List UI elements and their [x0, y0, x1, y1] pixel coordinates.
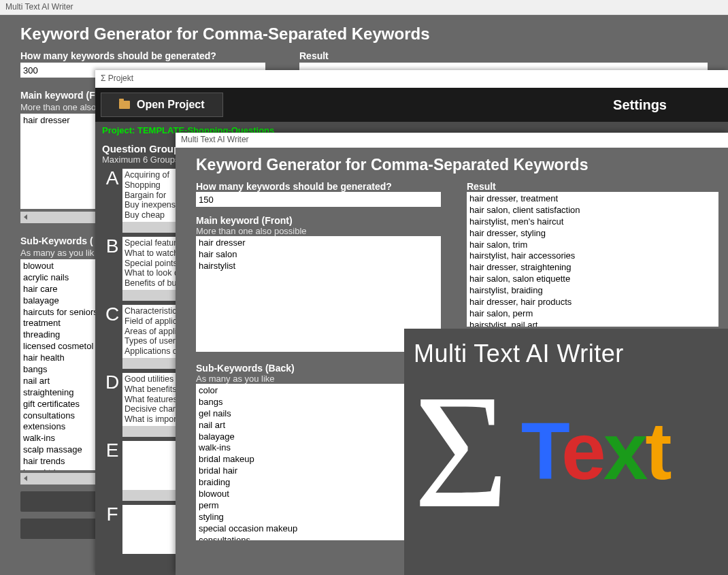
scrollbar-placeholder[interactable] — [122, 358, 184, 369]
win3-result-label: Result — [467, 181, 718, 192]
scrollbar-placeholder[interactable] — [122, 426, 184, 437]
win3-main-hint: More than one also possible — [196, 226, 441, 236]
group-b-box[interactable]: Special feature What to watch o Special … — [122, 237, 184, 290]
win2-title: Projekt — [108, 73, 133, 83]
scrollbar-placeholder[interactable] — [122, 290, 184, 301]
sigma-icon: Σ — [414, 374, 509, 529]
win3-sub-textarea[interactable] — [196, 384, 412, 540]
open-project-label: Open Project — [137, 99, 205, 111]
win1-heading: Keyword Generator for Comma-Separated Ke… — [20, 24, 708, 44]
win1-count-label: How many keywords should be generated? — [20, 50, 272, 61]
group-e-box[interactable] — [122, 441, 184, 490]
logo-graphic: Σ Text — [414, 374, 718, 529]
win1-result-label: Result — [299, 50, 708, 61]
group-f-box[interactable] — [122, 505, 184, 554]
win3-heading: Keyword Generator for Comma-Separated Ke… — [196, 156, 708, 174]
open-project-button[interactable]: Open Project — [101, 93, 223, 117]
win2-titlebar: Σ Projekt — [95, 70, 728, 88]
group-c-box[interactable]: Characteristics Field of applic Areas of… — [122, 305, 184, 358]
group-letter: B — [102, 237, 122, 256]
settings-tab[interactable]: Settings — [613, 97, 667, 113]
logo-overlay: Multi Text AI Writer Σ Text — [404, 329, 728, 575]
logo-word: Text — [521, 405, 669, 497]
win1-titlebar: Multi Text AI Writer — [0, 0, 728, 15]
group-d-box[interactable]: Good utilities w What benefits a What fe… — [122, 373, 184, 426]
win3-title: Multi Text AI Writer — [181, 135, 249, 144]
win2-toolbar: Open Project Settings — [95, 88, 728, 122]
group-a-box[interactable]: Acquiring of Shopping Bargain for Buy in… — [122, 169, 184, 222]
group-letter: C — [102, 305, 122, 324]
group-letter: D — [102, 373, 122, 392]
sigma-title-icon: Σ — [101, 73, 105, 83]
group-letter: E — [102, 441, 122, 460]
win3-count-label: How many keywords should be generated? — [196, 181, 441, 192]
scrollbar-placeholder[interactable] — [122, 490, 184, 501]
win3-main-label: Main keyword (Front) — [196, 215, 441, 226]
group-letter: F — [102, 505, 122, 524]
group-letter: A — [102, 169, 122, 188]
win3-count-input[interactable] — [196, 192, 441, 207]
win3-titlebar: Multi Text AI Writer — [176, 133, 728, 148]
scrollbar-placeholder[interactable] — [122, 222, 184, 233]
win1-title: Multi Text AI Writer — [5, 2, 73, 12]
folder-icon — [119, 101, 130, 109]
win3-result-textarea[interactable] — [467, 192, 718, 327]
